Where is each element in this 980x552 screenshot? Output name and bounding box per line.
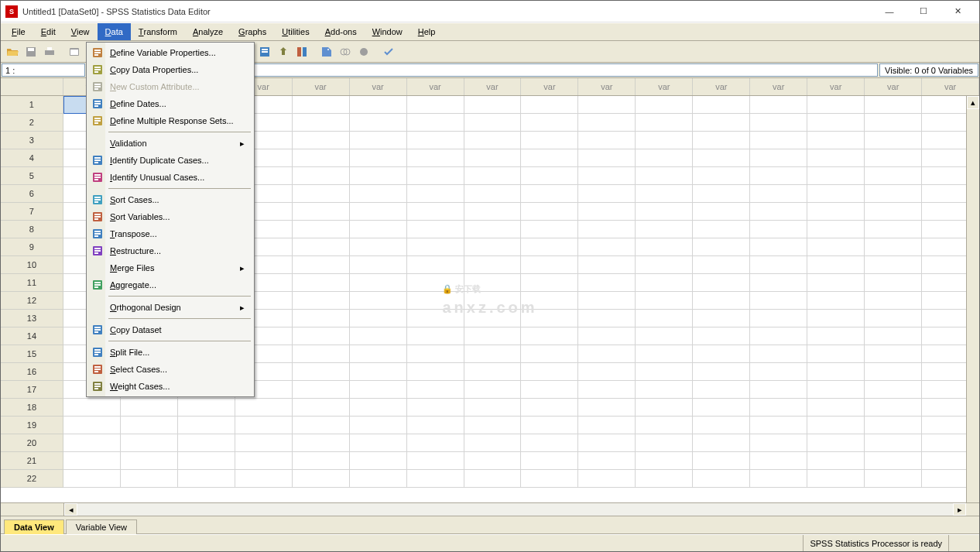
menu-item-define-variable-properties[interactable]: Define Variable Properties... — [88, 44, 252, 61]
grid-cell[interactable] — [521, 399, 578, 417]
grid-cell[interactable] — [750, 363, 807, 381]
grid-cell[interactable] — [578, 238, 636, 256]
grid-cell[interactable] — [407, 399, 464, 417]
menu-item-restructure[interactable]: Restructure... — [88, 242, 252, 259]
grid-cell[interactable] — [578, 363, 636, 381]
grid-cell[interactable] — [636, 470, 693, 488]
grid-cell[interactable] — [521, 238, 578, 256]
grid-cell[interactable] — [865, 149, 922, 167]
grid-cell[interactable] — [521, 452, 578, 470]
grid-cell[interactable] — [578, 452, 636, 470]
grid-cell[interactable] — [750, 470, 807, 488]
grid-cell[interactable] — [807, 292, 865, 310]
grid-cell[interactable] — [521, 310, 578, 327]
grid-cell[interactable] — [578, 256, 636, 274]
grid-cell[interactable] — [693, 149, 750, 167]
grid-cell[interactable] — [865, 310, 922, 327]
dialog-recall-icon[interactable] — [66, 43, 83, 60]
grid-cell[interactable] — [293, 114, 350, 132]
row-header[interactable]: 11 — [1, 274, 63, 292]
grid-cell[interactable] — [464, 345, 522, 363]
grid-cell[interactable] — [521, 221, 578, 238]
grid-cell[interactable] — [407, 363, 464, 381]
grid-cell[interactable] — [464, 114, 522, 132]
grid-cell[interactable] — [807, 221, 865, 238]
grid-cell[interactable] — [407, 114, 464, 132]
grid-cell[interactable] — [293, 434, 350, 452]
grid-cell[interactable] — [63, 470, 121, 488]
grid-cell[interactable] — [693, 221, 750, 238]
grid-cell[interactable] — [750, 327, 807, 345]
grid-cell[interactable] — [578, 221, 636, 238]
grid-cell[interactable] — [865, 292, 922, 310]
grid-cell[interactable] — [464, 399, 522, 417]
grid-cell[interactable] — [521, 345, 578, 363]
grid-cell[interactable] — [636, 434, 693, 452]
horizontal-scrollbar[interactable]: ◂ ▸ — [1, 502, 979, 516]
grid-cell[interactable] — [578, 310, 636, 327]
grid-cell[interactable] — [293, 452, 350, 470]
column-header[interactable]: var — [693, 78, 750, 95]
grid-cell[interactable] — [464, 327, 522, 345]
row-header[interactable]: 3 — [1, 132, 63, 149]
grid-cell[interactable] — [636, 238, 693, 256]
grid-cell[interactable] — [750, 381, 807, 399]
grid-cell[interactable] — [293, 310, 350, 327]
grid-cell[interactable] — [350, 185, 407, 203]
split-file-icon[interactable] — [293, 43, 310, 60]
grid-cell[interactable] — [578, 96, 636, 114]
column-header[interactable]: var — [807, 78, 865, 95]
menu-transform[interactable]: Transform — [131, 23, 185, 40]
grid-cell[interactable] — [865, 470, 922, 488]
vertical-scrollbar[interactable]: ▴ — [966, 96, 979, 502]
grid-cell[interactable] — [350, 310, 407, 327]
grid-cell[interactable] — [636, 203, 693, 221]
grid-cell[interactable] — [121, 452, 178, 470]
menu-item-copy-data-properties[interactable]: Copy Data Properties... — [88, 61, 252, 78]
grid-cell[interactable] — [750, 114, 807, 132]
maximize-button[interactable]: ☐ — [906, 1, 941, 22]
grid-cell[interactable] — [750, 256, 807, 274]
grid-cell[interactable] — [407, 256, 464, 274]
grid-cell[interactable] — [693, 363, 750, 381]
grid-cell[interactable] — [464, 310, 522, 327]
grid-cell[interactable] — [807, 452, 865, 470]
grid-cell[interactable] — [407, 274, 464, 292]
row-header[interactable]: 14 — [1, 327, 63, 345]
grid-cell[interactable] — [63, 417, 121, 434]
grid-cell[interactable] — [293, 238, 350, 256]
menu-item-split-file[interactable]: Split File... — [88, 344, 252, 361]
grid-cell[interactable] — [293, 381, 350, 399]
grid-cell[interactable] — [578, 203, 636, 221]
grid-cell[interactable] — [807, 256, 865, 274]
grid-cell[interactable] — [350, 345, 407, 363]
grid-cell[interactable] — [750, 221, 807, 238]
row-header[interactable]: 9 — [1, 238, 63, 256]
grid-cell[interactable] — [636, 256, 693, 274]
grid-cell[interactable] — [407, 96, 464, 114]
grid-cell[interactable] — [750, 96, 807, 114]
menu-item-orthogonal-design[interactable]: Orthogonal Design▸ — [88, 299, 252, 316]
menu-analyze[interactable]: Analyze — [185, 23, 231, 40]
menu-item-sort-variables[interactable]: Sort Variables... — [88, 208, 252, 225]
grid-cell[interactable] — [350, 434, 407, 452]
grid-cell[interactable] — [693, 132, 750, 149]
grid-cell[interactable] — [693, 167, 750, 185]
grid-cell[interactable] — [865, 167, 922, 185]
grid-cell[interactable] — [350, 452, 407, 470]
menu-item-aggregate[interactable]: Aggregate... — [88, 276, 252, 293]
grid-cell[interactable] — [407, 470, 464, 488]
grid-cell[interactable] — [293, 399, 350, 417]
grid-cell[interactable] — [807, 363, 865, 381]
grid-cell[interactable] — [464, 167, 522, 185]
grid-cell[interactable] — [750, 149, 807, 167]
grid-cell[interactable] — [636, 399, 693, 417]
grid-cell[interactable] — [464, 470, 522, 488]
row-header[interactable]: 12 — [1, 292, 63, 310]
grid-cell[interactable] — [807, 417, 865, 434]
grid-cell[interactable] — [521, 417, 578, 434]
grid-cell[interactable] — [865, 434, 922, 452]
grid-cell[interactable] — [63, 434, 121, 452]
grid-cell[interactable] — [521, 185, 578, 203]
grid-cell[interactable] — [807, 434, 865, 452]
